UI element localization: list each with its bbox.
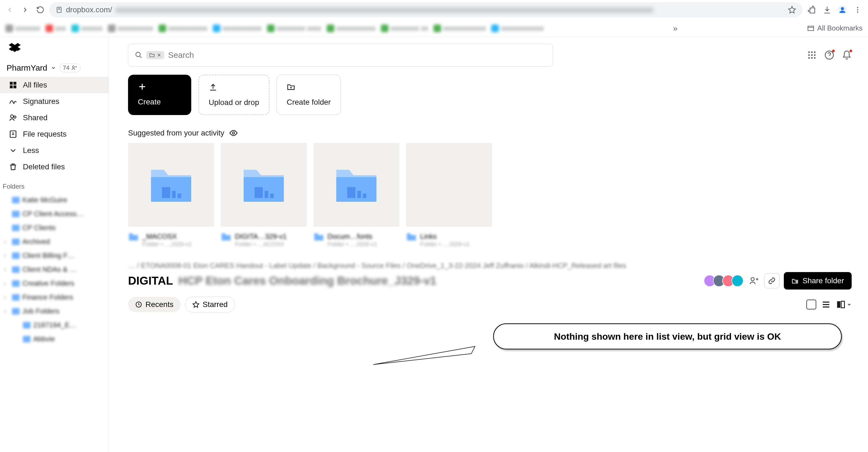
recents-filter-chip[interactable]: Recents — [128, 297, 181, 312]
user-plus-icon — [71, 65, 77, 71]
folder-tree-item[interactable]: CP Client Access… — [0, 207, 109, 221]
folder-tree-item[interactable]: ›Client NDAs & … — [0, 263, 109, 276]
team-selector[interactable]: PharmYard 74 — [0, 61, 109, 77]
breadcrumb[interactable]: … / ETONA0008-01 Eton CARES Handout - La… — [128, 262, 851, 270]
filter-label: Recents — [146, 300, 174, 309]
notifications-icon[interactable] — [842, 50, 851, 60]
view-grid-button[interactable] — [806, 300, 816, 309]
suggested-meta[interactable]: LinksFolder • …J329-v1 — [406, 232, 492, 248]
sidebar-item-label: File requests — [23, 130, 66, 139]
svg-point-36 — [796, 281, 797, 282]
suggested-card[interactable] — [128, 143, 214, 227]
action-label: Create — [138, 98, 181, 106]
downloads-icon[interactable] — [822, 5, 832, 15]
bookmark-item[interactable]: xxxxxxxxxxxx — [491, 24, 544, 32]
suggested-meta[interactable]: DIGITA…329-v1Folder • …ACOSX — [221, 232, 307, 248]
profile-icon[interactable] — [837, 5, 847, 15]
folders-section-label: Folders — [0, 175, 109, 193]
folder-tree-item[interactable]: Abbvie — [0, 332, 109, 346]
folder-tree-item[interactable]: CP Clients — [0, 221, 109, 235]
help-icon[interactable] — [825, 50, 834, 60]
sidebar-item-deleted-files[interactable]: Deleted files — [0, 159, 109, 175]
bookmark-item[interactable]: xxxxxxxx xx — [381, 24, 428, 32]
suggested-meta[interactable]: Docum…fontsFolder • …J329-v1 — [313, 232, 399, 248]
search-input[interactable] — [168, 51, 546, 60]
forward-button[interactable] — [21, 5, 29, 14]
create-folder-button[interactable]: Create folder — [277, 75, 341, 115]
all-bookmarks-button[interactable]: All Bookmarks — [807, 24, 863, 32]
eye-icon[interactable] — [229, 129, 238, 138]
svg-rect-32 — [347, 187, 355, 198]
folder-tree-item[interactable]: Katie McGuire — [0, 193, 109, 207]
manage-access-icon[interactable] — [748, 275, 760, 287]
sidebar-item-shared[interactable]: Shared — [0, 110, 109, 126]
avatar[interactable] — [732, 275, 743, 287]
shared-icon — [9, 113, 18, 122]
svg-point-25 — [232, 132, 235, 134]
site-info-icon[interactable] — [56, 6, 63, 13]
extensions-icon[interactable] — [807, 5, 817, 15]
folder-tree-item[interactable]: ›Finance Folders — [0, 290, 109, 304]
bookmark-item[interactable]: xxxxxxxxxxx — [213, 24, 261, 32]
url-path-blurred: xxxxxxxxxxxxxxxxxxxxxxxxxxxxxxxxxxxxxxxx… — [116, 5, 653, 14]
copy-link-button[interactable] — [764, 273, 779, 289]
upload-button[interactable]: Upload or drop — [198, 75, 270, 115]
folder-tree-item[interactable]: 2187194_E… — [0, 318, 109, 332]
folder-tree-item[interactable]: ›Creative Folders — [0, 276, 109, 290]
folder-tree-item[interactable]: ›Archived — [0, 235, 109, 249]
svg-point-23 — [814, 57, 816, 59]
sidebar-item-less[interactable]: Less — [0, 142, 109, 159]
sidebar-item-label: Signatures — [23, 97, 59, 106]
bookmarks-overflow-icon[interactable]: » — [673, 24, 678, 33]
svg-rect-9 — [10, 85, 13, 88]
folder-tree-item[interactable]: ›Client Billing F… — [0, 249, 109, 263]
svg-point-11 — [11, 115, 13, 118]
star-icon — [192, 301, 199, 308]
search-folder-chip[interactable] — [146, 51, 164, 59]
suggested-card[interactable] — [313, 143, 399, 227]
bookmark-item[interactable]: xxxxxxxxxxxx — [433, 24, 486, 32]
bookmark-item[interactable]: xxx — [45, 24, 66, 32]
svg-rect-8 — [13, 82, 17, 85]
callout-tail — [346, 344, 509, 366]
suggested-card[interactable] — [221, 143, 307, 227]
view-list-button[interactable] — [821, 300, 831, 309]
sidebar-item-file-requests[interactable]: File requests — [0, 126, 109, 142]
folder-title-prefix: DIGITAL — [128, 274, 173, 287]
star-icon[interactable] — [788, 6, 796, 14]
create-button[interactable]: Create — [128, 75, 191, 115]
bookmark-item[interactable]: xxxxxxxx xxxx — [267, 24, 321, 32]
team-count: 74 — [63, 64, 69, 71]
sidebar-item-signatures[interactable]: Signatures — [0, 93, 109, 110]
search-box[interactable] — [128, 43, 553, 66]
suggested-meta[interactable]: _MACOSXFolder • …J329-v1 — [128, 232, 214, 248]
svg-point-12 — [14, 116, 16, 118]
svg-point-5 — [857, 11, 859, 13]
reload-button[interactable] — [36, 5, 45, 14]
dropbox-logo-icon[interactable] — [9, 42, 21, 54]
bookmark-item[interactable]: xxxxxxxxxx — [108, 24, 153, 32]
bookmark-item[interactable]: xxxxxxxxxxx — [327, 24, 375, 32]
sidebar-item-all-files[interactable]: All files — [0, 77, 109, 93]
starred-filter-chip[interactable]: Starred — [185, 297, 235, 312]
team-member-badge[interactable]: 74 — [59, 63, 81, 72]
back-button[interactable] — [5, 5, 14, 14]
svg-point-18 — [808, 54, 810, 56]
bookmark-item[interactable]: xxxxxxx — [5, 24, 40, 32]
view-split-button[interactable] — [836, 300, 851, 309]
avatar-stack[interactable] — [707, 275, 743, 287]
chrome-menu-icon[interactable] — [853, 5, 863, 15]
suggested-card[interactable] — [406, 143, 492, 227]
close-icon[interactable] — [157, 53, 161, 58]
address-bar[interactable]: dropbox.com/ xxxxxxxxxxxxxxxxxxxxxxxxxxx… — [49, 2, 803, 18]
apps-grid-icon[interactable] — [807, 50, 817, 60]
main-content: Create Upload or drop Create folder Sugg… — [109, 37, 868, 452]
bookmark-item[interactable]: xxxxxx — [71, 24, 102, 32]
share-folder-button[interactable]: Share folder — [784, 272, 851, 290]
search-icon — [135, 51, 143, 59]
svg-rect-33 — [357, 191, 361, 198]
upload-icon — [209, 83, 217, 92]
folder-tree-item[interactable]: ›Job Folders — [0, 304, 109, 318]
annotation-callout: Nothing shown here in list view, but gri… — [346, 323, 842, 378]
bookmark-item[interactable]: xxxxxxxxxxx — [159, 24, 207, 32]
